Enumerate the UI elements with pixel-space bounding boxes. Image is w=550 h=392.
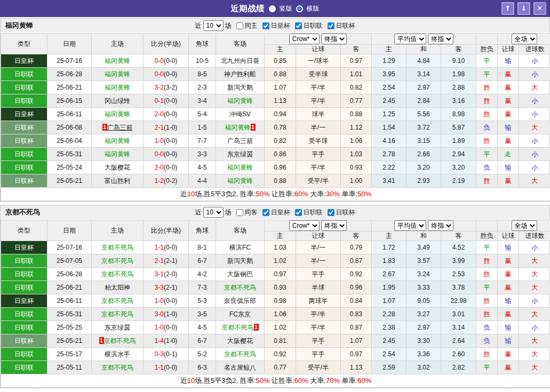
odds-handicap-cell: 两球半 bbox=[296, 294, 341, 308]
result-cell: 胜 bbox=[476, 348, 498, 361]
bookmaker-select[interactable]: Crow* bbox=[289, 220, 320, 231]
avg-home-cell: 1.07 bbox=[372, 294, 406, 308]
fulltime-score: 0-1 bbox=[155, 97, 164, 105]
odds-away-cell: 1.06 bbox=[341, 134, 372, 148]
average-select[interactable]: 平均值 bbox=[394, 220, 426, 231]
fulltime-score: 2-1 bbox=[155, 257, 164, 265]
home-team-cell: 京都不死鸟 bbox=[92, 361, 144, 374]
competition-checkbox[interactable] bbox=[328, 209, 334, 216]
odds-handicap-cell: 受半球 bbox=[296, 68, 341, 81]
competition-checkbox[interactable] bbox=[328, 22, 334, 29]
competition-checkbox[interactable] bbox=[262, 22, 269, 29]
close-button[interactable]: ✕ bbox=[533, 2, 546, 15]
goals-result-cell: 大 bbox=[519, 308, 550, 321]
odds-away-cell: 1.03 bbox=[341, 148, 372, 161]
handicap-result-cell: 赢 bbox=[498, 254, 519, 268]
subcolumn-header: 进球数 bbox=[519, 45, 550, 54]
type-header: 类型 bbox=[1, 34, 47, 54]
odds-home-cell: 0.98 bbox=[265, 294, 296, 308]
league-cell: 日联杯 bbox=[1, 134, 47, 148]
competition-label[interactable]: 日皇杯 bbox=[271, 208, 290, 217]
match-count-select[interactable]: 10 bbox=[203, 20, 224, 31]
bookmaker-select[interactable]: Crow* bbox=[289, 34, 320, 44]
goals-result-cell: 小 bbox=[519, 134, 550, 148]
badge-1: 1 bbox=[99, 337, 104, 344]
subcolumn-header: 和 bbox=[406, 231, 441, 241]
avg-draw-cell: 3.02 bbox=[406, 361, 441, 374]
move-up-button[interactable]: ↑ bbox=[501, 2, 514, 15]
away-team-name: 名古屋鲸八 bbox=[224, 364, 256, 371]
same-venue-checkbox[interactable] bbox=[236, 209, 243, 216]
result-cell: 胜 bbox=[476, 81, 498, 94]
avg-draw-cell: 4.84 bbox=[406, 54, 441, 68]
avg-away-cell: 1.98 bbox=[441, 68, 476, 81]
corner-cell: 2-3 bbox=[189, 81, 216, 94]
competition-checkbox[interactable] bbox=[262, 209, 269, 216]
odds-home-cell: 1.13 bbox=[265, 94, 296, 108]
avg-draw-cell: 3.72 bbox=[406, 121, 441, 134]
odds-home-cell: 0.85 bbox=[265, 54, 296, 68]
odds-time-select[interactable]: 终指 bbox=[321, 220, 347, 231]
matches-label: 场 bbox=[225, 21, 232, 30]
team-section-header: 福冈黄蜂近10场同主日皇杯日职联日联杯 bbox=[1, 19, 549, 33]
period-select[interactable]: 全场 bbox=[512, 34, 537, 44]
match-row: 日职联25-05-31福冈黄蜂0-0(0-0)3-3东京绿茵0.86平手1.03… bbox=[1, 148, 550, 161]
competition-label[interactable]: 日联杯 bbox=[336, 21, 355, 30]
average-time-select[interactable]: 终指 bbox=[428, 220, 453, 231]
match-row: 日职联25-06-28福冈黄蜂0-0(0-0)8-5神户胜利船0.88受半球1.… bbox=[1, 68, 550, 81]
halftime-score: (0-0) bbox=[164, 164, 177, 171]
average-time-select[interactable]: 终指 bbox=[428, 34, 453, 44]
team-section-header: 京都不死鸟近10场同客日皇杯日职联日联杯 bbox=[1, 205, 549, 220]
odds-time-select[interactable]: 终指 bbox=[321, 34, 347, 44]
competition-label[interactable]: 日皇杯 bbox=[271, 21, 290, 30]
competition-checkbox[interactable] bbox=[295, 22, 302, 29]
move-down-button[interactable]: ↓ bbox=[517, 2, 530, 15]
average-select[interactable]: 平均值 bbox=[394, 34, 426, 44]
away-team-cell: 福冈黄蜂1 bbox=[216, 121, 265, 134]
header-row-groups: 类型日期主场比分(半场)角球客场Crow* 终指平均值 终指全场 bbox=[1, 220, 550, 231]
away-team-cell: 神户胜利船 bbox=[216, 68, 265, 81]
halftime-score: (2-0) bbox=[164, 270, 177, 278]
goals-result-cell: 大 bbox=[519, 334, 550, 348]
odds-handicap-cell: 半/一 bbox=[296, 241, 341, 254]
same-venue-checkbox[interactable] bbox=[236, 22, 243, 29]
result-cell: 胜 bbox=[476, 94, 498, 108]
league-cell: 日皇杯 bbox=[1, 108, 47, 121]
same-venue-label[interactable]: 同客 bbox=[245, 208, 258, 217]
competition-checkbox[interactable] bbox=[295, 209, 302, 216]
horizontal-layout-radio[interactable] bbox=[296, 5, 303, 12]
league-cell: 日职联 bbox=[1, 94, 47, 108]
corner-cell: 4-5 bbox=[189, 161, 216, 174]
odds-home-cell: 0.81 bbox=[265, 334, 296, 348]
vertical-layout-radio[interactable] bbox=[269, 5, 276, 12]
competition-label[interactable]: 日职联 bbox=[304, 21, 323, 30]
avg-draw-cell: 2.66 bbox=[406, 148, 441, 161]
vertical-layout-label[interactable]: 竖版 bbox=[280, 4, 292, 13]
same-venue-label[interactable]: 同主 bbox=[245, 21, 258, 30]
fulltime-score: 1-0 bbox=[155, 324, 164, 331]
league-cell: 日皇杯 bbox=[1, 294, 47, 308]
match-row: 日职联25-05-11京都不死鸟1-1(0-0)6-3名古屋鲸八0.77受平/半… bbox=[1, 361, 550, 374]
date-header: 日期 bbox=[47, 220, 92, 241]
corner-header: 角球 bbox=[189, 34, 216, 54]
league-cell: 日联杯 bbox=[1, 121, 47, 134]
horizontal-layout-label[interactable]: 横版 bbox=[307, 4, 320, 13]
competition-label[interactable]: 日联杯 bbox=[336, 208, 355, 217]
avg-draw-cell: 9.05 bbox=[406, 294, 441, 308]
match-count-select[interactable]: 10 bbox=[203, 207, 224, 218]
date-cell: 25-05-21 bbox=[47, 174, 92, 188]
away-team-name: 神户胜利船 bbox=[224, 70, 256, 78]
avg-away-cell: 9.10 bbox=[441, 54, 476, 68]
away-team-name: 福冈黄蜂 bbox=[225, 124, 251, 131]
odds-handicap-cell: 受平/半 bbox=[296, 174, 341, 188]
match-row: 日职联25-06-21福冈黄蜂3-2(3-2)2-3新泻天鹅1.07平/半0.8… bbox=[1, 81, 550, 94]
score-cell: 1-1(0-0) bbox=[144, 361, 189, 374]
avg-draw-cell: 2.93 bbox=[406, 174, 441, 188]
period-select[interactable]: 全场 bbox=[512, 220, 537, 231]
summary-stat-value: 10 bbox=[187, 190, 195, 198]
score-cell: 0-3(0-1) bbox=[144, 348, 189, 361]
home-header: 主场 bbox=[92, 34, 144, 54]
competition-label[interactable]: 日职联 bbox=[304, 208, 323, 217]
odds-away-cell: 0.88 bbox=[341, 108, 372, 121]
odds-away-cell: 0.87 bbox=[341, 254, 372, 268]
